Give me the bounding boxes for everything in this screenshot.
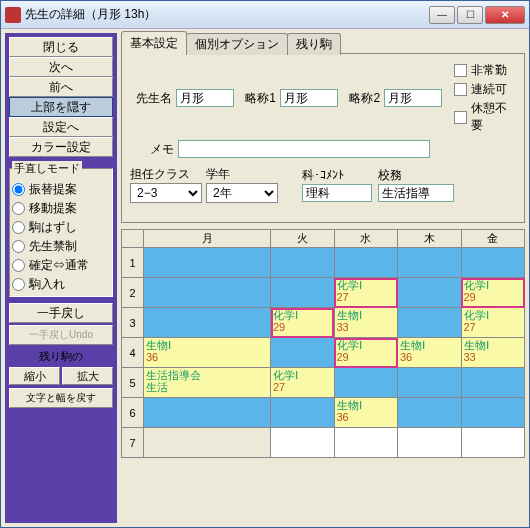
period-header: 3	[122, 308, 144, 338]
timetable-cell[interactable]	[398, 398, 462, 428]
edit-mode-radio-3[interactable]: 先生禁制	[12, 237, 110, 256]
day-header: 金	[461, 230, 525, 248]
edit-mode-radio-0[interactable]: 振替提案	[12, 180, 110, 199]
zoom-out-button[interactable]: 縮小	[9, 367, 60, 385]
close-button[interactable]: ✕	[485, 6, 525, 24]
timetable-cell[interactable]	[271, 398, 335, 428]
timetable-area: 月火水木金12化学Ⅰ27化学Ⅰ293化学Ⅰ29生物Ⅰ33化学Ⅰ274生物Ⅰ36化…	[121, 223, 525, 523]
memo-input[interactable]	[178, 140, 430, 158]
timetable-cell[interactable]	[271, 278, 335, 308]
timetable-cell[interactable]: 生物Ⅰ33	[461, 338, 525, 368]
sidebar-button-2[interactable]: 前へ	[9, 77, 113, 97]
minimize-button[interactable]: —	[429, 6, 455, 24]
sidebar-button-1[interactable]: 次へ	[9, 57, 113, 77]
grade-label: 学年	[206, 166, 278, 183]
day-header: 木	[398, 230, 462, 248]
timetable-cell[interactable]	[398, 308, 462, 338]
period-header: 1	[122, 248, 144, 278]
period-header: 2	[122, 278, 144, 308]
subject-input[interactable]	[302, 184, 372, 202]
sidebar: 閉じる次へ前へ上部を隠す設定へカラー設定 手直しモード 振替提案移動提案駒はずし…	[5, 33, 117, 523]
period-header: 6	[122, 398, 144, 428]
timetable-cell[interactable]: 化学Ⅰ27	[461, 308, 525, 338]
timetable-cell[interactable]	[144, 308, 271, 338]
timetable-cell[interactable]	[334, 428, 398, 458]
timetable-cell[interactable]: 生物Ⅰ36	[144, 338, 271, 368]
timetable-cell[interactable]: 生活指導会生活	[144, 368, 271, 398]
day-header: 月	[144, 230, 271, 248]
subject-label: 科･ｺﾒﾝﾄ	[302, 167, 374, 184]
timetable-cell[interactable]: 生物Ⅰ36	[334, 398, 398, 428]
timetable-cell[interactable]	[144, 248, 271, 278]
nobreak-checkbox[interactable]	[454, 111, 466, 124]
duty-input[interactable]	[378, 184, 454, 202]
name-label: 先生名	[130, 90, 172, 107]
redo-button[interactable]: 一手戻しUndo	[9, 325, 113, 345]
edit-mode-radio-2[interactable]: 駒はずし	[12, 218, 110, 237]
app-icon	[5, 7, 21, 23]
timetable-cell[interactable]	[461, 248, 525, 278]
edit-mode-legend: 手直しモード	[12, 161, 82, 176]
tab-2[interactable]: 残り駒	[287, 33, 341, 55]
reset-size-button[interactable]: 文字と幅を戻す	[9, 388, 113, 408]
timetable-cell[interactable]	[144, 278, 271, 308]
edit-mode-radio-4[interactable]: 確定⇔通常	[12, 256, 110, 275]
timetable-cell[interactable]: 化学Ⅰ29	[334, 338, 398, 368]
undo-button[interactable]: 一手戻し	[9, 303, 113, 323]
timetable-cell[interactable]	[271, 428, 335, 458]
duty-label: 校務	[378, 167, 456, 184]
tab-strip: 基本設定個別オプション残り駒	[121, 33, 525, 53]
edit-mode-radio-1[interactable]: 移動提案	[12, 199, 110, 218]
timetable-cell[interactable]	[398, 428, 462, 458]
timetable-cell[interactable]	[271, 338, 335, 368]
remaining-label: 残り駒の	[9, 349, 113, 364]
timetable-cell[interactable]: 生物Ⅰ33	[334, 308, 398, 338]
timetable-cell[interactable]	[461, 368, 525, 398]
day-header: 水	[334, 230, 398, 248]
timetable-cell[interactable]: 生物Ⅰ36	[398, 338, 462, 368]
sidebar-button-3[interactable]: 上部を隠す	[9, 97, 113, 117]
timetable-cell[interactable]: 化学Ⅰ27	[271, 368, 335, 398]
main-area: 基本設定個別オプション残り駒 先生名 略称1 略称2 非常勤 連続可 休憩不要 …	[121, 33, 525, 523]
tab-1[interactable]: 個別オプション	[186, 33, 288, 55]
timetable-cell[interactable]	[144, 428, 271, 458]
abbr1-input[interactable]	[280, 89, 338, 107]
tab-0[interactable]: 基本設定	[121, 31, 187, 54]
nobreak-label: 休憩不要	[471, 100, 516, 134]
window: 先生の詳細（月形 13h） — ☐ ✕ 閉じる次へ前へ上部を隠す設定へカラー設定…	[0, 0, 530, 528]
zoom-in-button[interactable]: 拡大	[62, 367, 113, 385]
consecutive-label: 連続可	[471, 81, 507, 98]
timetable-cell[interactable]	[461, 428, 525, 458]
sidebar-button-0[interactable]: 閉じる	[9, 37, 113, 57]
timetable-cell[interactable]	[398, 278, 462, 308]
timetable-grid[interactable]: 月火水木金12化学Ⅰ27化学Ⅰ293化学Ⅰ29生物Ⅰ33化学Ⅰ274生物Ⅰ36化…	[121, 229, 525, 458]
timetable-cell[interactable]	[144, 398, 271, 428]
class-select[interactable]: 2−3	[130, 183, 202, 203]
maximize-button[interactable]: ☐	[457, 6, 483, 24]
class-label: 担任クラス	[130, 166, 202, 183]
timetable-cell[interactable]: 化学Ⅰ29	[461, 278, 525, 308]
grade-select[interactable]: 2年	[206, 183, 278, 203]
timetable-cell[interactable]	[398, 248, 462, 278]
window-title: 先生の詳細（月形 13h）	[25, 6, 429, 23]
abbr2-label: 略称2	[342, 90, 380, 107]
period-header: 7	[122, 428, 144, 458]
timetable-cell[interactable]	[271, 248, 335, 278]
timetable-cell[interactable]	[334, 368, 398, 398]
edit-mode-radio-5[interactable]: 駒入れ	[12, 275, 110, 294]
parttime-checkbox[interactable]	[454, 64, 467, 77]
titlebar: 先生の詳細（月形 13h） — ☐ ✕	[1, 1, 529, 29]
timetable-cell[interactable]: 化学Ⅰ29	[271, 308, 335, 338]
abbr2-input[interactable]	[384, 89, 442, 107]
memo-label: メモ	[130, 141, 174, 158]
sidebar-button-5[interactable]: カラー設定	[9, 137, 113, 157]
timetable-cell[interactable]: 化学Ⅰ27	[334, 278, 398, 308]
sidebar-button-4[interactable]: 設定へ	[9, 117, 113, 137]
name-input[interactable]	[176, 89, 234, 107]
consecutive-checkbox[interactable]	[454, 83, 467, 96]
day-header: 火	[271, 230, 335, 248]
timetable-cell[interactable]	[398, 368, 462, 398]
timetable-cell[interactable]	[461, 398, 525, 428]
edit-mode-group: 手直しモード 振替提案移動提案駒はずし先生禁制確定⇔通常駒入れ	[9, 161, 113, 297]
timetable-cell[interactable]	[334, 248, 398, 278]
